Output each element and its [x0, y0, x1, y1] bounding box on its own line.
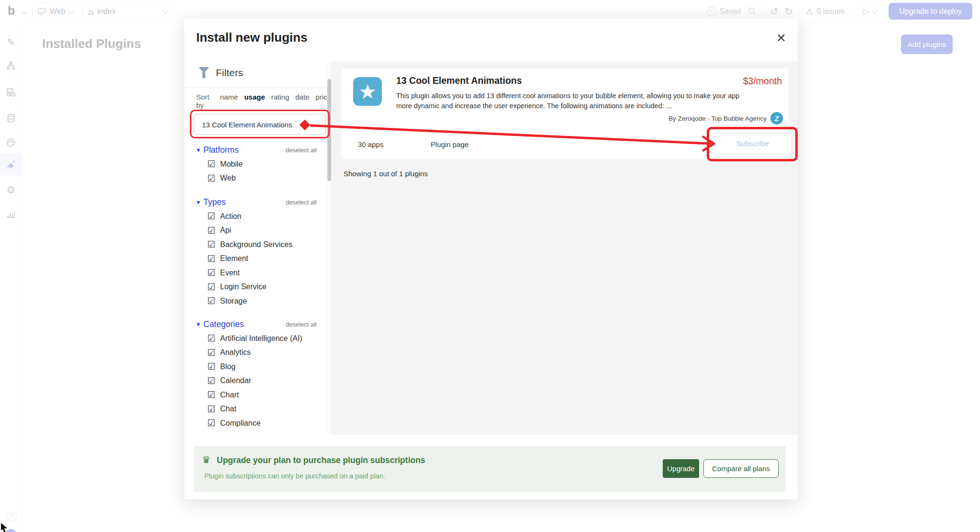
plugin-price: $3/month [743, 76, 782, 87]
filter-checkbox-event[interactable]: ☑Event [184, 266, 327, 280]
zeroqode-badge-icon: Z [770, 112, 783, 125]
filter-checkbox-ai[interactable]: ☑Artificial Intelligence (AI) [184, 331, 327, 346]
checkbox-checked-icon: ☑ [207, 174, 215, 183]
filter-checkbox-content[interactable]: ☑Content [184, 430, 327, 434]
filter-section-categories: ▾ Categories deselect all ☑Artificial In… [184, 317, 327, 434]
filter-checkbox-calendar[interactable]: ☑Calendar [184, 374, 327, 388]
filter-checkbox-blog[interactable]: ☑Blog [184, 360, 327, 374]
crown-icon: ♛ [202, 454, 211, 465]
section-title: Categories [203, 319, 244, 329]
banner-title: Upgrade your plan to purchase plugin sub… [217, 455, 425, 465]
annotation-box-subscribe [707, 127, 798, 161]
close-icon[interactable]: ✕ [776, 31, 786, 45]
checkbox-checked-icon: ☑ [207, 348, 215, 357]
section-title: Platforms [203, 145, 239, 155]
plugin-apps-count: 30 apps [358, 140, 383, 148]
checkbox-checked-icon: ☑ [207, 212, 215, 221]
caret-down-icon: ▾ [197, 198, 200, 206]
filter-section-types: ▾ Types deselect all ☑Action ☑Api ☑Backg… [184, 195, 327, 308]
checkbox-checked-icon: ☑ [207, 334, 215, 343]
filters-heading: Filters [216, 67, 243, 79]
plugin-author: By Zeroqode - Top Bubble Agency [668, 115, 767, 122]
section-title: Types [203, 197, 226, 207]
plugin-results-area: ★ 13 Cool Element Animations $3/month Th… [331, 61, 798, 435]
filter-checkbox-login-service[interactable]: ☑Login Service [184, 280, 327, 294]
checkbox-checked-icon: ☑ [207, 159, 215, 169]
deselect-all-link[interactable]: deselect all [286, 199, 317, 206]
sort-by-label: Sort by [196, 93, 214, 109]
checkbox-checked-icon: ☑ [207, 283, 215, 292]
divider [184, 88, 327, 88]
filter-checkbox-element[interactable]: ☑Element [184, 252, 327, 266]
annotation-box-search [190, 110, 330, 138]
section-header[interactable]: ▾ Platforms deselect all [184, 143, 327, 157]
filter-checkbox-compliance[interactable]: ☑Compliance [184, 416, 327, 430]
upgrade-banner: ♛ Upgrade your plan to purchase plugin s… [194, 446, 786, 492]
plugin-star-icon: ★ [353, 77, 382, 106]
compare-all-plans-button[interactable]: Compare all plans [703, 459, 779, 478]
checkbox-checked-icon: ☑ [207, 296, 215, 306]
checkbox-checked-icon: ☑ [207, 268, 215, 277]
banner-subtitle: Plugin subscriptions can only be purchas… [204, 472, 385, 480]
caret-down-icon: ▾ [197, 320, 200, 328]
caret-down-icon: ▾ [197, 146, 200, 154]
upgrade-button[interactable]: Upgrade [663, 459, 699, 478]
install-plugins-modal: Install new plugins ✕ Filters Sort by na… [184, 19, 798, 499]
bubble-editor: b Web ⌂ index ✓ Saved ↺ ↻ ⚠ 0 issues [0, 0, 980, 532]
section-header[interactable]: ▾ Types deselect all [184, 195, 327, 209]
filter-checkbox-mobile[interactable]: ☑Mobile [184, 157, 327, 171]
plugin-page-link[interactable]: Plugin page [431, 140, 468, 148]
filter-checkbox-chart[interactable]: ☑Chart [184, 388, 327, 402]
filter-section-platforms: ▾ Platforms deselect all ☑Mobile ☑Web [184, 143, 327, 185]
checkbox-checked-icon: ☑ [207, 433, 215, 434]
filter-checkbox-chat[interactable]: ☑Chat [184, 402, 327, 417]
checkbox-checked-icon: ☑ [207, 405, 215, 414]
plugin-description: This plugin allows you to add 13 differe… [396, 91, 743, 111]
checkbox-checked-icon: ☑ [207, 226, 215, 235]
deselect-all-link[interactable]: deselect all [286, 321, 317, 328]
checkbox-checked-icon: ☑ [207, 362, 215, 371]
section-header[interactable]: ▾ Categories deselect all [184, 317, 327, 331]
sort-by-row: Sort by name usage rating date price [196, 93, 331, 109]
filter-funnel-icon [202, 72, 205, 78]
results-summary: Showing 1 out of 1 plugins [344, 170, 428, 178]
checkbox-checked-icon: ☑ [207, 240, 215, 249]
filter-checkbox-analytics[interactable]: ☑Analytics [184, 346, 327, 360]
filter-checkbox-api[interactable]: ☑Api [184, 224, 327, 238]
plugin-author-row: By Zeroqode - Top Bubble Agency Z [668, 112, 783, 125]
filter-checkbox-action[interactable]: ☑Action [184, 209, 327, 224]
sort-option-name[interactable]: name [220, 93, 238, 101]
filter-checkbox-background-services[interactable]: ☑Background Services [184, 238, 327, 252]
sort-option-date[interactable]: date [295, 93, 309, 101]
modal-title: Install new plugins [196, 30, 308, 45]
filter-checkbox-web[interactable]: ☑Web [184, 171, 327, 186]
checkbox-checked-icon: ☑ [207, 376, 215, 385]
deselect-all-link[interactable]: deselect all [286, 147, 317, 154]
sort-option-usage[interactable]: usage [244, 93, 265, 101]
checkbox-checked-icon: ☑ [207, 390, 215, 399]
plugin-name: 13 Cool Element Animations [396, 75, 522, 86]
filter-checkbox-storage[interactable]: ☑Storage [184, 294, 327, 308]
sort-option-rating[interactable]: rating [271, 93, 290, 101]
checkbox-checked-icon: ☑ [207, 254, 215, 263]
checkbox-checked-icon: ☑ [207, 419, 215, 428]
